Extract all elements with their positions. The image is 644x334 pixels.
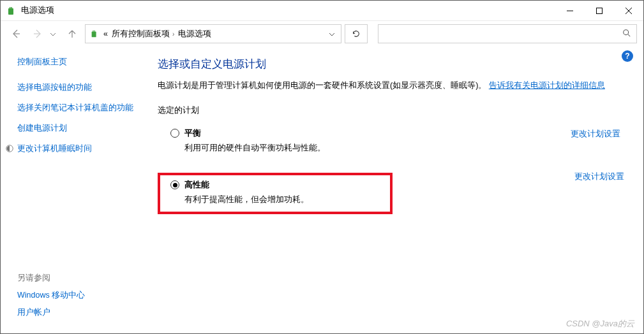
battery-icon xyxy=(89,29,100,39)
window-controls xyxy=(555,1,643,20)
see-also-link[interactable]: Windows 移动中心 xyxy=(17,290,85,301)
sidebar-item-label[interactable]: 更改计算机睡眠时间 xyxy=(17,143,92,154)
search-input[interactable] xyxy=(384,29,622,38)
address-bar[interactable]: « 所有控制面板项 › 电源选项 xyxy=(85,24,341,43)
close-button[interactable] xyxy=(614,1,643,20)
sidebar-item[interactable]: 创建电源计划 xyxy=(17,122,142,134)
description-text: 电源计划是用于管理计算机如何使用电源的一套硬件和系统设置(如显示器亮度、睡眠等)… xyxy=(158,81,486,90)
navbar: « 所有控制面板项 › 电源选项 xyxy=(1,21,643,47)
power-plan-balanced: 平衡 利用可用的硬件自动平衡功耗与性能。 更改计划设置 xyxy=(158,122,624,160)
forward-button[interactable] xyxy=(29,25,47,43)
plan-name: 平衡 xyxy=(184,127,201,139)
breadcrumb-prefix: « xyxy=(103,29,108,38)
search-icon[interactable] xyxy=(622,29,631,40)
breadcrumb-item[interactable]: 所有控制面板项 › xyxy=(112,29,174,40)
back-button[interactable] xyxy=(7,25,25,43)
radio-balanced[interactable] xyxy=(170,129,179,138)
content: 控制面板主页 选择电源按钮的功能 选择关闭笔记本计算机盖的功能 创建电源计划 更… xyxy=(1,47,643,333)
page-title: 选择或自定义电源计划 xyxy=(158,57,624,71)
up-button[interactable] xyxy=(63,25,81,43)
power-options-icon xyxy=(6,5,17,17)
see-also-label: 另请参阅 xyxy=(17,273,85,284)
breadcrumb-label: 所有控制面板项 xyxy=(112,29,170,40)
plan-description: 有利于提高性能，但会增加功耗。 xyxy=(184,194,381,205)
see-also-link[interactable]: 用户帐户 xyxy=(17,307,85,318)
change-plan-link[interactable]: 更改计划设置 xyxy=(571,129,620,140)
sidebar-item[interactable]: 选择关闭笔记本计算机盖的功能 xyxy=(17,102,142,113)
sidebar-item[interactable]: 选择电源按钮的功能 xyxy=(17,82,142,93)
svg-rect-4 xyxy=(597,8,603,13)
window-title: 电源选项 xyxy=(21,5,54,16)
sidebar-item-label[interactable]: 创建电源计划 xyxy=(17,122,142,134)
plan-name: 高性能 xyxy=(184,179,209,191)
change-plan-link[interactable]: 更改计划设置 xyxy=(574,171,624,182)
svg-rect-1 xyxy=(10,7,11,8)
sidebar-item[interactable]: 更改计算机睡眠时间 xyxy=(17,143,142,154)
sidebar-item-label[interactable]: 选择电源按钮的功能 xyxy=(17,82,142,93)
search-box[interactable] xyxy=(378,24,637,43)
sleep-icon xyxy=(4,143,15,154)
svg-rect-0 xyxy=(8,8,13,15)
minimize-button[interactable] xyxy=(555,1,585,20)
radio-high-performance[interactable] xyxy=(170,180,179,189)
highlight-box: 高性能 有利于提高性能，但会增加功耗。 xyxy=(158,173,393,214)
chevron-right-icon: › xyxy=(172,31,174,38)
plan-description: 利用可用的硬件自动平衡功耗与性能。 xyxy=(184,143,565,154)
svg-rect-2 xyxy=(11,7,13,8)
power-plan-high-performance-row: 高性能 有利于提高性能，但会增加功耗。 更改计划设置 xyxy=(158,166,624,214)
svg-line-13 xyxy=(628,34,631,36)
help-icon[interactable]: ? xyxy=(622,50,633,62)
description-link[interactable]: 告诉我有关电源计划的详细信息 xyxy=(489,81,605,90)
address-dropdown[interactable] xyxy=(327,31,337,38)
maximize-button[interactable] xyxy=(585,1,614,20)
svg-rect-9 xyxy=(92,32,96,38)
see-also: 另请参阅 Windows 移动中心 用户帐户 xyxy=(17,273,85,324)
sidebar: 控制面板主页 选择电源按钮的功能 选择关闭笔记本计算机盖的功能 创建电源计划 更… xyxy=(1,47,151,333)
refresh-button[interactable] xyxy=(345,24,368,43)
history-dropdown[interactable] xyxy=(50,31,59,38)
sidebar-item-label[interactable]: 选择关闭笔记本计算机盖的功能 xyxy=(17,102,142,113)
svg-point-12 xyxy=(624,29,629,34)
breadcrumb-label: 电源选项 xyxy=(178,29,211,40)
titlebar: 电源选项 xyxy=(1,1,643,21)
svg-rect-11 xyxy=(94,31,95,32)
page-description: 电源计划是用于管理计算机如何使用电源的一套硬件和系统设置(如显示器亮度、睡眠等)… xyxy=(158,79,624,92)
main-panel: ? 选择或自定义电源计划 电源计划是用于管理计算机如何使用电源的一套硬件和系统设… xyxy=(151,47,643,333)
breadcrumb-item[interactable]: 电源选项 xyxy=(178,29,211,40)
section-label: 选定的计划 xyxy=(158,105,624,116)
svg-rect-10 xyxy=(93,31,93,32)
sidebar-home-link[interactable]: 控制面板主页 xyxy=(17,57,142,68)
